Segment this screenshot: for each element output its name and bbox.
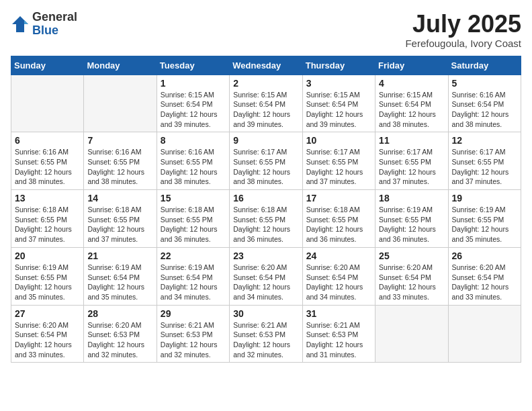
day-number: 14: [87, 193, 152, 203]
day-number: 22: [161, 250, 226, 261]
svg-marker-1: [24, 20, 28, 24]
calendar-cell: 20Sunrise: 6:19 AMSunset: 6:55 PMDayligh…: [11, 247, 84, 305]
day-number: 8: [161, 135, 226, 146]
day-number: 25: [379, 250, 444, 261]
day-info: Sunrise: 6:21 AMSunset: 6:53 PMDaylight:…: [306, 320, 371, 360]
page-header: General Blue July 2025 Ferefougoula, Ivo…: [11, 11, 521, 49]
day-info: Sunrise: 6:18 AMSunset: 6:55 PMDaylight:…: [233, 205, 298, 244]
day-number: 20: [15, 250, 80, 261]
calendar-cell: 2Sunrise: 6:15 AMSunset: 6:54 PMDaylight…: [230, 75, 302, 132]
calendar-cell: 13Sunrise: 6:18 AMSunset: 6:55 PMDayligh…: [11, 190, 84, 248]
day-number: 16: [233, 193, 298, 203]
calendar-cell: 17Sunrise: 6:18 AMSunset: 6:55 PMDayligh…: [302, 190, 375, 248]
day-info: Sunrise: 6:19 AMSunset: 6:54 PMDaylight:…: [87, 263, 152, 302]
week-row-2: 6Sunrise: 6:16 AMSunset: 6:55 PMDaylight…: [11, 132, 521, 190]
calendar-header-thursday: Thursday: [302, 56, 375, 75]
day-info: Sunrise: 6:18 AMSunset: 6:55 PMDaylight:…: [87, 205, 152, 244]
calendar-cell: [84, 75, 157, 132]
calendar-cell: 22Sunrise: 6:19 AMSunset: 6:54 PMDayligh…: [157, 247, 229, 305]
day-number: 10: [306, 135, 371, 146]
calendar-cell: 29Sunrise: 6:21 AMSunset: 6:53 PMDayligh…: [157, 305, 229, 363]
day-number: 18: [379, 193, 444, 203]
calendar-header-wednesday: Wednesday: [230, 56, 302, 75]
day-info: Sunrise: 6:20 AMSunset: 6:54 PMDaylight:…: [452, 263, 517, 302]
day-info: Sunrise: 6:18 AMSunset: 6:55 PMDaylight:…: [306, 205, 371, 244]
day-info: Sunrise: 6:20 AMSunset: 6:54 PMDaylight:…: [15, 320, 80, 360]
calendar-cell: 8Sunrise: 6:16 AMSunset: 6:55 PMDaylight…: [157, 132, 229, 190]
calendar-cell: 5Sunrise: 6:16 AMSunset: 6:54 PMDaylight…: [448, 75, 521, 132]
day-number: 17: [306, 193, 371, 203]
calendar-cell: 7Sunrise: 6:16 AMSunset: 6:55 PMDaylight…: [84, 132, 157, 190]
day-number: 30: [233, 308, 298, 319]
day-info: Sunrise: 6:15 AMSunset: 6:54 PMDaylight:…: [161, 90, 226, 130]
calendar-cell: 14Sunrise: 6:18 AMSunset: 6:55 PMDayligh…: [84, 190, 157, 248]
day-info: Sunrise: 6:20 AMSunset: 6:53 PMDaylight:…: [87, 320, 152, 360]
calendar-cell: 11Sunrise: 6:17 AMSunset: 6:55 PMDayligh…: [375, 132, 448, 190]
day-number: 9: [233, 135, 298, 146]
day-info: Sunrise: 6:18 AMSunset: 6:55 PMDaylight:…: [15, 205, 80, 244]
day-info: Sunrise: 6:21 AMSunset: 6:53 PMDaylight:…: [233, 320, 298, 360]
day-number: 19: [452, 193, 517, 203]
calendar-cell: 16Sunrise: 6:18 AMSunset: 6:55 PMDayligh…: [230, 190, 302, 248]
day-number: 1: [161, 78, 226, 89]
day-number: 21: [87, 250, 152, 261]
day-info: Sunrise: 6:19 AMSunset: 6:55 PMDaylight:…: [379, 205, 444, 244]
day-info: Sunrise: 6:16 AMSunset: 6:55 PMDaylight:…: [15, 147, 80, 187]
calendar-cell: 19Sunrise: 6:19 AMSunset: 6:55 PMDayligh…: [448, 190, 521, 248]
day-info: Sunrise: 6:19 AMSunset: 6:55 PMDaylight:…: [15, 263, 80, 302]
day-number: 28: [87, 308, 152, 319]
week-row-5: 27Sunrise: 6:20 AMSunset: 6:54 PMDayligh…: [11, 305, 521, 363]
day-number: 3: [306, 78, 371, 89]
day-info: Sunrise: 6:16 AMSunset: 6:55 PMDaylight:…: [87, 147, 152, 187]
day-number: 15: [161, 193, 226, 203]
day-info: Sunrise: 6:19 AMSunset: 6:55 PMDaylight:…: [452, 205, 517, 244]
day-number: 13: [15, 193, 80, 203]
calendar-cell: 30Sunrise: 6:21 AMSunset: 6:53 PMDayligh…: [230, 305, 302, 363]
day-number: 7: [87, 135, 152, 146]
calendar-cell: 24Sunrise: 6:20 AMSunset: 6:54 PMDayligh…: [302, 247, 375, 305]
day-number: 5: [452, 78, 517, 89]
logo-general-text: General: [32, 11, 77, 24]
day-number: 29: [161, 308, 226, 319]
calendar-cell: 6Sunrise: 6:16 AMSunset: 6:55 PMDaylight…: [11, 132, 84, 190]
day-number: 31: [306, 308, 371, 319]
day-info: Sunrise: 6:17 AMSunset: 6:55 PMDaylight:…: [452, 147, 517, 187]
calendar-cell: [11, 75, 84, 132]
calendar-cell: 18Sunrise: 6:19 AMSunset: 6:55 PMDayligh…: [375, 190, 448, 248]
day-info: Sunrise: 6:17 AMSunset: 6:55 PMDaylight:…: [306, 147, 371, 187]
day-number: 27: [15, 308, 80, 319]
calendar-cell: 25Sunrise: 6:20 AMSunset: 6:54 PMDayligh…: [375, 247, 448, 305]
calendar-header-saturday: Saturday: [448, 56, 521, 75]
logo: General Blue: [11, 11, 77, 38]
day-number: 2: [233, 78, 298, 89]
calendar-header-row: SundayMondayTuesdayWednesdayThursdayFrid…: [11, 56, 521, 75]
calendar-cell: [375, 305, 448, 363]
calendar-cell: 9Sunrise: 6:17 AMSunset: 6:55 PMDaylight…: [230, 132, 302, 190]
day-info: Sunrise: 6:15 AMSunset: 6:54 PMDaylight:…: [306, 90, 371, 130]
week-row-3: 13Sunrise: 6:18 AMSunset: 6:55 PMDayligh…: [11, 190, 521, 248]
day-info: Sunrise: 6:18 AMSunset: 6:55 PMDaylight:…: [161, 205, 226, 244]
day-info: Sunrise: 6:20 AMSunset: 6:54 PMDaylight:…: [306, 263, 371, 302]
calendar-header-monday: Monday: [84, 56, 157, 75]
day-info: Sunrise: 6:15 AMSunset: 6:54 PMDaylight:…: [379, 90, 444, 130]
calendar-cell: 26Sunrise: 6:20 AMSunset: 6:54 PMDayligh…: [448, 247, 521, 305]
calendar-cell: 4Sunrise: 6:15 AMSunset: 6:54 PMDaylight…: [375, 75, 448, 132]
day-info: Sunrise: 6:16 AMSunset: 6:55 PMDaylight:…: [161, 147, 226, 187]
calendar-header-tuesday: Tuesday: [157, 56, 229, 75]
day-info: Sunrise: 6:21 AMSunset: 6:53 PMDaylight:…: [161, 320, 226, 360]
day-number: 24: [306, 250, 371, 261]
week-row-1: 1Sunrise: 6:15 AMSunset: 6:54 PMDaylight…: [11, 75, 521, 132]
month-year-title: July 2025: [405, 11, 521, 38]
day-info: Sunrise: 6:15 AMSunset: 6:54 PMDaylight:…: [233, 90, 298, 130]
calendar-cell: 21Sunrise: 6:19 AMSunset: 6:54 PMDayligh…: [84, 247, 157, 305]
calendar-cell: [448, 305, 521, 363]
calendar-cell: 15Sunrise: 6:18 AMSunset: 6:55 PMDayligh…: [157, 190, 229, 248]
logo-icon: [11, 15, 30, 34]
calendar-cell: 10Sunrise: 6:17 AMSunset: 6:55 PMDayligh…: [302, 132, 375, 190]
title-section: July 2025 Ferefougoula, Ivory Coast: [405, 11, 521, 49]
calendar-cell: 27Sunrise: 6:20 AMSunset: 6:54 PMDayligh…: [11, 305, 84, 363]
day-info: Sunrise: 6:20 AMSunset: 6:54 PMDaylight:…: [379, 263, 444, 302]
calendar-header-sunday: Sunday: [11, 56, 84, 75]
day-number: 23: [233, 250, 298, 261]
day-info: Sunrise: 6:17 AMSunset: 6:55 PMDaylight:…: [379, 147, 444, 187]
